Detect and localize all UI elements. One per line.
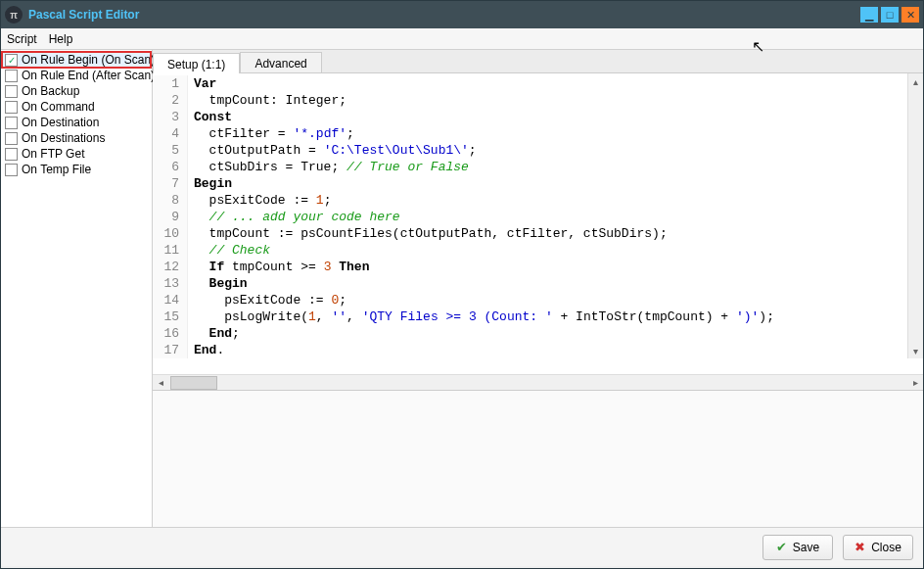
sidebar-item-on-destination[interactable]: On Destination — [2, 115, 151, 130]
vertical-scrollbar[interactable]: ▴ ▾ — [907, 73, 923, 358]
x-icon: ✖ — [855, 540, 865, 554]
line-number: 12 — [153, 259, 188, 275]
window-title: Pascal Script Editor — [28, 8, 857, 22]
close-button-label: Close — [871, 541, 901, 554]
checkbox-icon[interactable] — [5, 101, 18, 114]
sidebar-item-on-command[interactable]: On Command — [2, 99, 151, 115]
sidebar-item-label: On FTP Get — [22, 147, 84, 161]
checkbox-icon[interactable] — [5, 70, 18, 82]
close-window-button[interactable]: ✕ — [901, 7, 919, 23]
line-number: 16 — [153, 325, 188, 342]
line-number: 5 — [153, 142, 188, 159]
checkbox-icon[interactable] — [5, 85, 18, 98]
sidebar-item-label: On Temp File — [22, 163, 91, 176]
menu-script[interactable]: Script — [7, 32, 37, 46]
line-number: 10 — [153, 225, 188, 242]
line-number: 17 — [153, 342, 188, 358]
checkbox-icon[interactable] — [5, 117, 18, 129]
line-number: 1 — [153, 75, 188, 92]
scroll-right-icon[interactable]: ▸ — [907, 375, 923, 391]
scroll-up-icon[interactable]: ▴ — [908, 73, 923, 89]
tab-setup[interactable]: Setup (1:1) — [153, 53, 240, 73]
event-list: ✓ On Rule Begin (On Scan) On Rule End (A… — [1, 50, 153, 527]
sidebar-item-label: On Destinations — [22, 131, 105, 145]
checkbox-icon[interactable]: ✓ — [5, 54, 18, 67]
line-number: 9 — [153, 209, 188, 225]
menubar: Script Help — [1, 28, 923, 50]
scroll-left-icon[interactable]: ◂ — [153, 375, 168, 391]
line-number: 11 — [153, 242, 188, 259]
checkbox-icon[interactable] — [5, 164, 18, 176]
sidebar-item-on-rule-begin[interactable]: ✓ On Rule Begin (On Scan) — [2, 52, 151, 68]
sidebar-item-on-backup[interactable]: On Backup — [2, 83, 151, 99]
horizontal-scrollbar[interactable]: ◂ ▸ — [153, 374, 923, 390]
sidebar-item-label: On Backup — [22, 84, 79, 98]
line-number: 14 — [153, 292, 188, 308]
scrollbar-thumb[interactable] — [170, 376, 217, 390]
code-editor[interactable]: 1Var 2 tmpCount: Integer; 3Const 4 ctFil… — [153, 73, 923, 374]
scroll-down-icon[interactable]: ▾ — [908, 343, 923, 358]
line-number: 15 — [153, 308, 188, 325]
line-number: 7 — [153, 175, 188, 192]
maximize-button[interactable]: □ — [881, 7, 899, 23]
titlebar: π Pascal Script Editor ▁ □ ✕ — [1, 1, 923, 28]
check-icon: ✔ — [776, 540, 787, 554]
app-icon: π — [5, 6, 23, 24]
sidebar-item-label: On Rule Begin (On Scan) — [22, 53, 155, 67]
checkbox-icon[interactable] — [5, 148, 18, 161]
save-button-label: Save — [793, 541, 819, 554]
line-number: 3 — [153, 109, 188, 125]
bottom-toolbar: ✔ Save ✖ Close — [1, 527, 923, 566]
line-number: 2 — [153, 92, 188, 109]
line-number: 8 — [153, 192, 188, 209]
minimize-button[interactable]: ▁ — [860, 7, 878, 23]
output-panel — [153, 390, 923, 527]
tab-advanced[interactable]: Advanced — [240, 52, 321, 72]
tab-bar: Setup (1:1) Advanced — [153, 50, 923, 73]
sidebar-item-on-destinations[interactable]: On Destinations — [2, 130, 151, 146]
line-number: 4 — [153, 125, 188, 142]
sidebar-item-label: On Command — [22, 100, 95, 114]
sidebar-item-label: On Rule End (After Scan) — [22, 69, 155, 82]
checkbox-icon[interactable] — [5, 132, 18, 145]
menu-help[interactable]: Help — [49, 32, 73, 46]
line-number: 6 — [153, 159, 188, 175]
sidebar-item-on-ftp-get[interactable]: On FTP Get — [2, 146, 151, 162]
sidebar-item-label: On Destination — [22, 116, 99, 129]
save-button[interactable]: ✔ Save — [762, 535, 833, 560]
close-button[interactable]: ✖ Close — [843, 535, 913, 560]
sidebar-item-on-temp-file[interactable]: On Temp File — [2, 162, 151, 177]
sidebar-item-on-rule-end[interactable]: On Rule End (After Scan) — [2, 68, 151, 83]
line-number: 13 — [153, 275, 188, 292]
